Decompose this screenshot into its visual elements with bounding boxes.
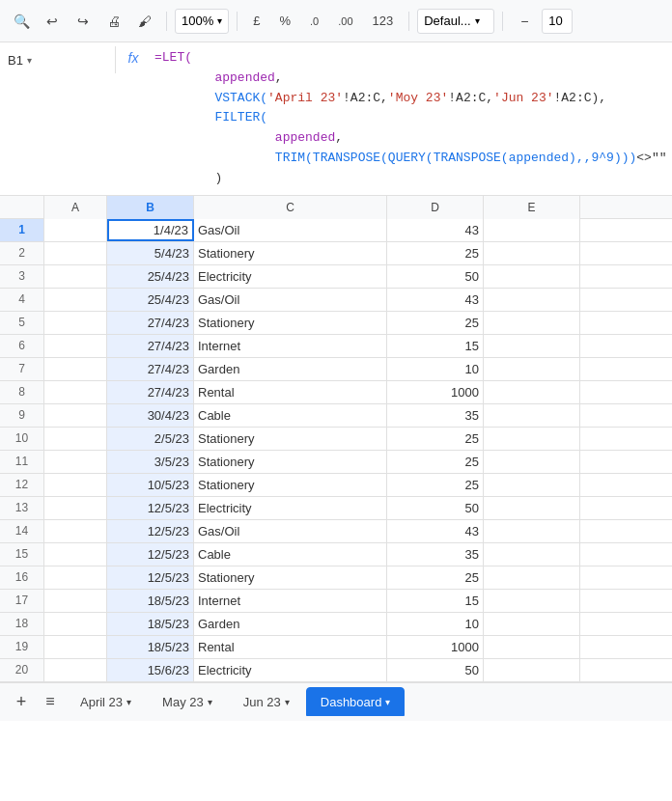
cell-a[interactable] — [44, 219, 107, 241]
cell-e[interactable] — [484, 335, 580, 357]
cell-c[interactable]: Cable — [194, 543, 387, 566]
cell-e[interactable] — [484, 613, 580, 635]
cell-e[interactable] — [484, 543, 580, 566]
row-number[interactable]: 19 — [0, 636, 44, 658]
cell-a[interactable] — [44, 242, 107, 264]
cell-b[interactable]: 12/5/23 — [107, 497, 194, 519]
font-size-decrease-button[interactable]: − — [511, 8, 538, 35]
cell-b[interactable]: 18/5/23 — [107, 636, 194, 658]
cell-a[interactable] — [44, 520, 107, 542]
cell-d[interactable]: 1000 — [387, 636, 484, 658]
row-number[interactable]: 17 — [0, 590, 44, 612]
sheet-tab[interactable]: May 23▾ — [148, 687, 227, 716]
col-header-a[interactable]: A — [44, 196, 107, 219]
row-number[interactable]: 18 — [0, 613, 44, 635]
cell-e[interactable] — [484, 428, 580, 450]
cell-c[interactable]: Electricity — [194, 659, 387, 681]
row-number[interactable]: 8 — [0, 381, 44, 403]
cell-b[interactable]: 5/4/23 — [107, 242, 194, 264]
col-header-b[interactable]: B — [107, 196, 194, 219]
cell-b[interactable]: 10/5/23 — [107, 474, 194, 496]
cell-c[interactable]: Rental — [194, 636, 387, 658]
cell-c[interactable]: Cable — [194, 404, 387, 427]
cell-d[interactable]: 25 — [387, 428, 484, 450]
row-number[interactable]: 11 — [0, 451, 44, 473]
cell-c[interactable]: Gas/Oil — [194, 219, 387, 241]
cell-d[interactable]: 10 — [387, 613, 484, 635]
row-number[interactable]: 9 — [0, 404, 44, 427]
cell-c[interactable]: Stationery — [194, 312, 387, 334]
cell-d[interactable]: 43 — [387, 520, 484, 542]
cell-b[interactable]: 25/4/23 — [107, 265, 194, 288]
row-number[interactable]: 14 — [0, 520, 44, 542]
font-name-control[interactable]: Defaul... ▾ — [417, 9, 494, 34]
cell-d[interactable]: 25 — [387, 566, 484, 589]
row-number[interactable]: 1 — [0, 219, 44, 241]
cell-b[interactable]: 27/4/23 — [107, 358, 194, 380]
cell-e[interactable] — [484, 497, 580, 519]
cell-a[interactable] — [44, 358, 107, 380]
row-number[interactable]: 6 — [0, 335, 44, 357]
cell-d[interactable]: 50 — [387, 265, 484, 288]
cell-d[interactable]: 50 — [387, 497, 484, 519]
cell-d[interactable]: 1000 — [387, 381, 484, 403]
cell-c[interactable]: Stationery — [194, 451, 387, 473]
cell-e[interactable] — [484, 381, 580, 403]
add-sheet-button[interactable]: + — [8, 688, 35, 715]
cell-a[interactable] — [44, 659, 107, 681]
col-header-d[interactable]: D — [387, 196, 484, 219]
row-number[interactable]: 5 — [0, 312, 44, 334]
cell-d[interactable]: 35 — [387, 404, 484, 427]
cell-b[interactable]: 2/5/23 — [107, 428, 194, 450]
cell-a[interactable] — [44, 636, 107, 658]
cell-d[interactable]: 25 — [387, 242, 484, 264]
cell-c[interactable]: Electricity — [194, 265, 387, 288]
cell-e[interactable] — [484, 219, 580, 241]
zoom-control[interactable]: 100% ▾ — [175, 9, 229, 34]
cell-c[interactable]: Stationery — [194, 242, 387, 264]
cell-c[interactable]: Electricity — [194, 497, 387, 519]
row-number[interactable]: 16 — [0, 566, 44, 589]
formula-input[interactable]: =LET( appended, VSTACK('April 23'!A2:C,'… — [151, 46, 672, 191]
cell-a[interactable] — [44, 566, 107, 589]
decimal-decrease-button[interactable]: .0 — [302, 9, 326, 34]
sheet-tab[interactable]: Jun 23▾ — [229, 687, 304, 716]
undo-button[interactable]: ↩ — [39, 8, 66, 35]
row-number[interactable]: 2 — [0, 242, 44, 264]
cell-e[interactable] — [484, 520, 580, 542]
cell-c[interactable]: Rental — [194, 381, 387, 403]
cell-a[interactable] — [44, 451, 107, 473]
number-format-button[interactable]: 123 — [365, 9, 402, 34]
cell-b[interactable]: 18/5/23 — [107, 613, 194, 635]
cell-a[interactable] — [44, 265, 107, 288]
cell-b[interactable]: 27/4/23 — [107, 381, 194, 403]
cell-a[interactable] — [44, 590, 107, 612]
cell-e[interactable] — [484, 659, 580, 681]
cell-a[interactable] — [44, 312, 107, 334]
cell-e[interactable] — [484, 242, 580, 264]
cell-d[interactable]: 43 — [387, 219, 484, 241]
cell-a[interactable] — [44, 404, 107, 427]
cell-c[interactable]: Garden — [194, 613, 387, 635]
percent-button[interactable]: % — [271, 9, 298, 34]
cell-d[interactable]: 25 — [387, 312, 484, 334]
cell-b[interactable]: 25/4/23 — [107, 289, 194, 311]
row-number[interactable]: 4 — [0, 289, 44, 311]
cell-e[interactable] — [484, 636, 580, 658]
cell-e[interactable] — [484, 265, 580, 288]
cell-b[interactable]: 1/4/23 — [107, 219, 194, 241]
cell-b[interactable]: 27/4/23 — [107, 312, 194, 334]
decimal-increase-button[interactable]: .00 — [330, 9, 360, 34]
redo-button[interactable]: ↪ — [70, 8, 97, 35]
cell-c[interactable]: Gas/Oil — [194, 289, 387, 311]
cell-d[interactable]: 25 — [387, 451, 484, 473]
row-number[interactable]: 13 — [0, 497, 44, 519]
row-number[interactable]: 15 — [0, 543, 44, 566]
cell-d[interactable]: 15 — [387, 335, 484, 357]
cell-e[interactable] — [484, 312, 580, 334]
row-number[interactable]: 10 — [0, 428, 44, 450]
cell-d[interactable]: 35 — [387, 543, 484, 566]
cell-d[interactable]: 25 — [387, 474, 484, 496]
col-header-e[interactable]: E — [484, 196, 580, 219]
cell-a[interactable] — [44, 381, 107, 403]
